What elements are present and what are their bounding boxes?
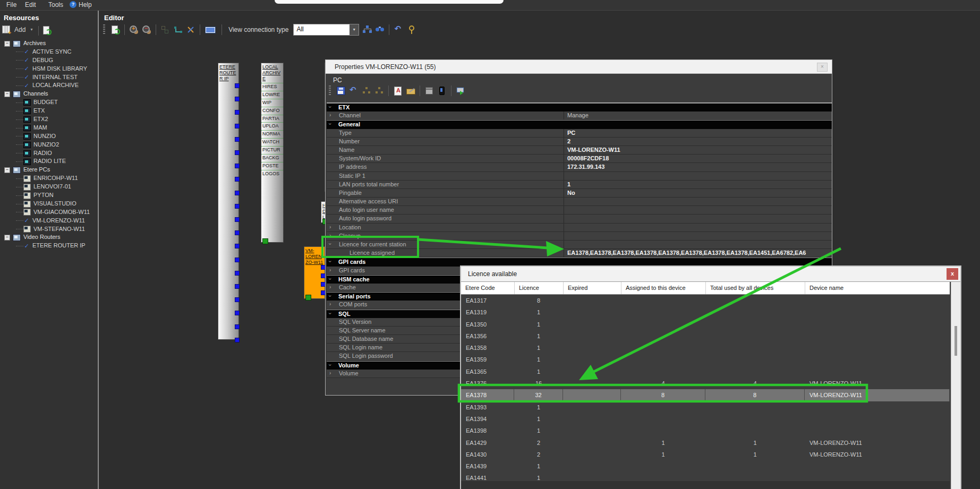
connection-port-icon[interactable] — [235, 110, 240, 115]
package-icon[interactable] — [424, 86, 434, 96]
tree-item-mam[interactable]: MAM — [0, 124, 99, 132]
property-row-location[interactable]: ›Location — [327, 224, 832, 232]
vertical-scrollbar[interactable] — [951, 282, 960, 489]
folder-edit-icon[interactable] — [406, 86, 415, 96]
tree-item-budget[interactable]: BUDGET — [0, 98, 99, 107]
tree-item-nunzio[interactable]: NUNZIO — [0, 132, 99, 141]
tree-item-channels[interactable]: −Channels — [0, 90, 99, 98]
add-button[interactable]: Add ▾ — [2, 25, 33, 36]
property-value[interactable] — [564, 198, 832, 205]
property-value[interactable]: 172.31.99.143 — [564, 163, 832, 171]
property-value[interactable]: PC — [564, 129, 832, 137]
tree-dim-icon[interactable] — [374, 86, 384, 96]
menu-tools[interactable]: Tools — [48, 1, 63, 8]
property-value[interactable]: Manage — [564, 111, 832, 119]
tree-item-radio[interactable]: RADIO — [0, 149, 99, 158]
property-row-auto-login-user-name[interactable]: Auto login user name — [327, 206, 832, 215]
connection-port-icon[interactable] — [235, 137, 240, 142]
tree-item-internal-test[interactable]: ✓INTERNAL TEST — [0, 73, 99, 82]
property-value[interactable] — [564, 241, 832, 248]
tree-item-etere-pcs[interactable]: −Etere PCs — [0, 166, 99, 174]
table-row-ea1358[interactable]: EA13581 — [461, 342, 950, 354]
tree-item-etx2[interactable]: ETX2 — [0, 115, 99, 124]
table-row-ea1441[interactable]: EA14411 — [461, 472, 950, 481]
table-row-ea1430[interactable]: EA1430211VM-LORENZO-W11 — [461, 449, 950, 460]
output-port-icon[interactable] — [262, 238, 268, 244]
tree-item-debug[interactable]: ✓DEBUG — [0, 56, 99, 65]
output-port-icon[interactable] — [305, 295, 311, 301]
property-row-cleanup[interactable]: ›Cleanup — [327, 232, 832, 241]
connection-port-icon[interactable] — [235, 284, 240, 289]
connection-port-icon[interactable] — [235, 191, 240, 195]
column-header-etere-code[interactable]: Etere Code — [461, 282, 514, 294]
undo-icon[interactable] — [349, 86, 359, 96]
property-row-lan-ports-total-number[interactable]: LAN ports total number1 — [327, 181, 832, 189]
scrollbar-thumb[interactable] — [955, 326, 957, 356]
tree-item-video-routers[interactable]: −Video Routers — [0, 233, 99, 242]
refresh-icon[interactable] — [42, 25, 52, 35]
property-value[interactable]: No — [564, 189, 832, 197]
chevron-down-icon[interactable]: › — [327, 364, 333, 365]
licence-titlebar[interactable]: Licence available x — [461, 267, 960, 282]
connection-port-icon[interactable] — [235, 338, 240, 342]
collapse-icon[interactable]: − — [4, 91, 10, 97]
tree-item-vm-stefano-w11[interactable]: VM-STEFANO-W11 — [0, 225, 99, 234]
table-row-ea1393[interactable]: EA13931 — [461, 401, 950, 413]
property-value[interactable] — [564, 224, 832, 231]
tree-item-visualstudio[interactable]: VISUALSTUDIO — [0, 200, 99, 208]
chevron-down-icon[interactable]: › — [327, 278, 333, 280]
property-value[interactable]: EA1378,EA1378,EA1378,EA1378,EA1378,EA137… — [564, 249, 832, 257]
table-row-ea1376[interactable]: EA13761644VM-LORENZO-W11 — [461, 378, 950, 389]
connection-port-icon[interactable] — [235, 217, 240, 222]
connection-port-icon[interactable] — [235, 311, 240, 315]
connection-port-icon[interactable] — [235, 324, 240, 329]
connection-port-icon[interactable] — [235, 204, 240, 209]
menu-help[interactable]: Help — [79, 1, 92, 8]
connection-port-icon[interactable] — [235, 297, 240, 302]
chevron-down-icon[interactable]: › — [327, 106, 333, 108]
save-icon[interactable] — [336, 86, 346, 96]
chevron-down-icon[interactable]: › — [327, 123, 333, 125]
node-vm-lorenzo-w11[interactable]: VM-LORENZO-W11 — [304, 246, 325, 299]
chevron-down-icon[interactable]: › — [327, 261, 333, 262]
table-row-ea1317[interactable]: EA13178 — [461, 295, 950, 306]
property-value[interactable] — [564, 172, 832, 180]
pc-sync-icon[interactable] — [456, 86, 465, 96]
property-value[interactable]: 00008F2CDF18 — [564, 155, 832, 162]
tree-dim-icon[interactable] — [362, 86, 371, 96]
node-local-archive[interactable]: LOCAL ARCHIVEHIRESLOWREWIPCONFOPARTIAUPL… — [261, 63, 284, 243]
column-header-total-used-by-all-devices[interactable]: Total used by all devices — [705, 282, 805, 294]
connection-port-icon[interactable] — [235, 164, 240, 168]
property-row-channel[interactable]: ›ChannelManage — [327, 111, 832, 120]
property-row-type[interactable]: TypePC — [327, 129, 832, 138]
column-header-licence[interactable]: Licence — [514, 282, 563, 294]
tree-item-vm-lorenzo-w11[interactable]: ✓VM-LORENZO-W11 — [0, 217, 99, 225]
property-row-static-ip-1[interactable]: Static IP 1 — [327, 172, 832, 181]
chevron-down-icon[interactable]: › — [327, 312, 333, 314]
table-row-ea1359[interactable]: EA13591 — [461, 354, 950, 365]
connection-port-icon[interactable] — [235, 177, 240, 182]
table-row-ea1350[interactable]: EA13501 — [461, 319, 950, 330]
property-row-pingable[interactable]: PingableNo — [327, 189, 832, 198]
property-row-name[interactable]: NameVM-LORENZO-W11 — [327, 146, 832, 155]
connection-port-icon[interactable] — [235, 258, 240, 262]
node-etere-router-ip[interactable]: ETERE ROUTER IP — [218, 63, 239, 340]
chevron-right-icon[interactable]: › — [329, 301, 331, 307]
collapse-icon[interactable]: − — [4, 235, 10, 241]
property-row-ip-address[interactable]: IP address172.31.99.143 — [327, 163, 832, 171]
property-value[interactable] — [564, 215, 832, 222]
menu-edit[interactable]: Edit — [25, 1, 36, 8]
connection-port-icon[interactable] — [235, 83, 240, 88]
chevron-down-icon[interactable]: › — [327, 243, 333, 245]
table-row-ea1439[interactable]: EA14391 — [461, 460, 950, 472]
connection-port-icon[interactable] — [235, 230, 240, 235]
tab-pc[interactable]: PC — [333, 76, 342, 84]
close-icon[interactable]: x — [947, 268, 958, 280]
property-value[interactable]: 2 — [564, 138, 832, 145]
chevron-right-icon[interactable]: › — [329, 112, 331, 118]
chevron-down-icon[interactable]: › — [327, 295, 333, 297]
table-row-ea1378[interactable]: EA13783288VM-LORENZO-W11 — [461, 389, 950, 401]
tree-item-lenovoi7-01[interactable]: LENOVOI7-01 — [0, 183, 99, 191]
property-row-licence-for-current-station[interactable]: ›Licence for current station — [327, 241, 832, 249]
tree-item-etx[interactable]: ETX — [0, 107, 99, 115]
